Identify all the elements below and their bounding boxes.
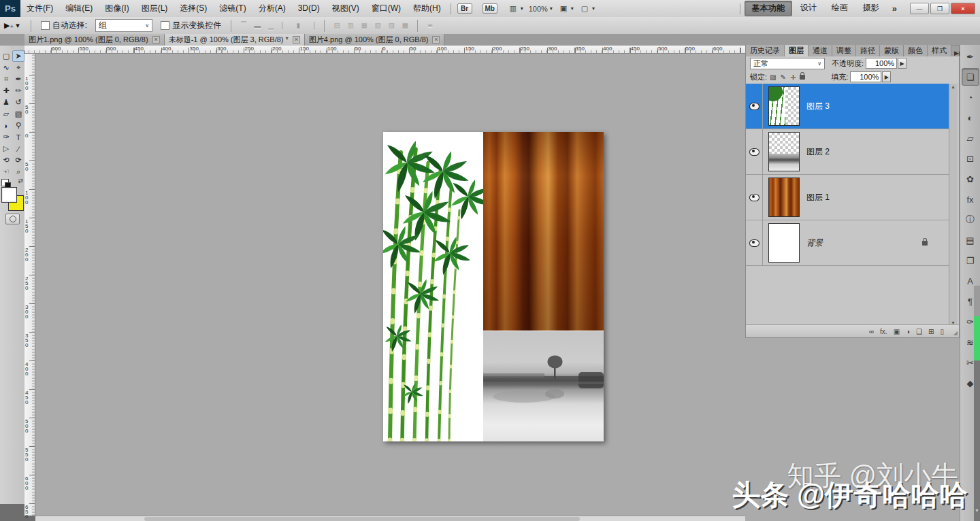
new-layer-icon[interactable]: ⊞ [928, 328, 934, 335]
line-tool[interactable]: ∕ [12, 143, 24, 154]
layer-visibility-toggle[interactable] [746, 175, 763, 220]
layer-thumbnail[interactable] [768, 223, 800, 263]
add-layer-mask-icon[interactable]: ▣ [894, 328, 900, 335]
brush-tool[interactable]: ✏ [12, 85, 24, 97]
move-tool-preset-icon[interactable]: ▶₊ ▾ [4, 21, 20, 30]
panel-tab[interactable]: 图层 [785, 45, 808, 56]
brush-presets-panel-icon[interactable]: ✒ [962, 48, 979, 65]
zoom-tool[interactable]: ⌕ [12, 166, 24, 178]
move-tool[interactable]: ➤ [12, 50, 24, 62]
swap-colors-icon[interactable]: ⇄ [18, 178, 23, 184]
lock-all-icon[interactable] [800, 75, 805, 80]
document-tab[interactable]: 图片4.png @ 100% (图层 0, RGB/8) × [305, 34, 445, 46]
foreground-color-swatch[interactable] [1, 187, 17, 203]
screen-mode-button[interactable]: ▢ ▾ [579, 3, 595, 15]
dodge-tool[interactable]: ⚲ [12, 120, 24, 131]
color-panel-icon[interactable]: ✿ [962, 170, 979, 188]
panel-tab[interactable]: 通道 [808, 45, 832, 56]
menu-item[interactable]: 文件(F) [20, 0, 59, 17]
menu-item[interactable]: 视图(V) [326, 0, 365, 17]
panel-resize-grip[interactable]: ◢ [953, 330, 958, 336]
layer-row[interactable]: 图层 1 [746, 175, 949, 220]
rectangular-marquee-tool[interactable]: ▢ [0, 50, 12, 62]
opacity-field[interactable]: 100% [866, 58, 897, 69]
checkbox-icon[interactable] [161, 21, 169, 30]
tab-close-icon[interactable]: × [293, 36, 300, 44]
vertical-ruler[interactable]: 1 0 05 005 01 0 01 5 02 0 02 5 03 0 03 5… [24, 54, 35, 516]
panel-tab[interactable]: 历史记录 [746, 45, 785, 56]
lock-image-icon[interactable]: ✎ [781, 73, 786, 81]
workspace-button[interactable]: 基本功能 [745, 1, 792, 16]
scroll-up-icon[interactable]: ▲ [951, 84, 956, 89]
panel-tab[interactable]: 样式 [928, 45, 951, 56]
new-adjustment-layer-icon[interactable]: ◑ [906, 328, 910, 335]
document-tab[interactable]: 图片1.png @ 100% (图层 0, RGB/8) × [24, 34, 165, 46]
view-extras-button[interactable]: ▥ ▾ [508, 3, 523, 15]
gradient-tool[interactable]: ▧ [12, 108, 24, 120]
quick-selection-tool[interactable]: ⌖ [12, 62, 24, 73]
menu-item[interactable]: 选择(S) [174, 0, 213, 17]
menu-item[interactable]: 窗口(W) [365, 0, 407, 17]
checkbox-icon[interactable] [41, 21, 50, 30]
fill-field[interactable]: 100% [850, 71, 881, 82]
layers-panel-icon[interactable]: ❏ [962, 68, 979, 86]
panel-tab[interactable]: 蒙版 [880, 45, 904, 56]
layer-name[interactable]: 图层 3 [806, 101, 830, 112]
eyedropper-tool[interactable]: ✒ [12, 73, 24, 85]
panel-grip-icon[interactable]: ∷ [0, 46, 24, 50]
clone-stamp-tool[interactable]: ♟ [0, 97, 12, 108]
menu-item[interactable]: 3D(D) [292, 0, 326, 17]
auto-select-dropdown[interactable]: 组 ∨ [95, 19, 152, 32]
quick-mask-button[interactable] [5, 214, 20, 224]
eraser-tool[interactable]: ▱ [0, 108, 12, 120]
link-layers-icon[interactable]: ∞ [869, 328, 874, 335]
healing-brush-tool[interactable]: ✚ [0, 85, 12, 97]
layer-thumbnail[interactable] [768, 178, 800, 217]
opacity-spinner-icon[interactable]: ▶ [898, 58, 906, 69]
document-canvas[interactable] [383, 132, 604, 441]
layers-scrollbar[interactable]: ▲ ▼ [949, 84, 958, 326]
auto-select-checkbox[interactable]: 自动选择: [41, 20, 87, 31]
histogram-panel-icon[interactable]: ▤ [962, 231, 979, 249]
layer-comps-panel-icon[interactable]: ❐ [962, 252, 979, 269]
delete-layer-icon[interactable]: ▯ [940, 328, 944, 335]
lasso-tool[interactable]: ∿ [0, 62, 12, 73]
document-tab[interactable]: 未标题-1 @ 100% (图层 3, RGB/8) * × [165, 34, 305, 46]
history-brush-tool[interactable]: ↺ [12, 97, 24, 108]
layer-style-icon[interactable]: fx. [880, 328, 887, 335]
channels-panel-icon[interactable]: ◔ [962, 88, 979, 106]
workspace-button[interactable]: 摄影 [856, 1, 886, 16]
type-tool[interactable]: T [12, 131, 24, 143]
adjustments-panel-icon[interactable]: ◐ [962, 109, 979, 127]
menu-item[interactable]: 图层(L) [135, 0, 174, 17]
panel-tab[interactable]: 颜色 [904, 45, 928, 56]
panel-tab[interactable]: 调整 [832, 45, 856, 56]
menu-item[interactable]: 分析(A) [252, 0, 292, 17]
close-button[interactable]: × [951, 3, 975, 14]
path-selection-tool[interactable]: ▷ [0, 143, 12, 154]
layer-thumbnail[interactable] [768, 86, 800, 126]
lock-transparency-icon[interactable]: ▨ [770, 73, 776, 81]
fill-spinner-icon[interactable]: ▶ [882, 71, 891, 82]
workspace-overflow-button[interactable]: » [887, 3, 902, 14]
minimize-button[interactable]: — [910, 3, 929, 14]
workspace-button[interactable]: 设计 [794, 1, 823, 16]
mini-bridge-button[interactable]: Mb ▾ [483, 3, 502, 15]
blend-mode-dropdown[interactable]: 正常 ∨ [750, 58, 825, 69]
horizontal-scrollbar[interactable] [35, 516, 745, 521]
menu-item[interactable]: 滤镜(T) [213, 0, 252, 17]
arrange-documents-button[interactable]: ▣ ▾ [558, 3, 574, 15]
panel-tab[interactable]: 路径 [856, 45, 880, 56]
default-colors-icon[interactable] [1, 179, 9, 186]
3d-rotate-tool[interactable]: ⟲ [0, 154, 12, 166]
layer-visibility-toggle[interactable] [746, 84, 763, 129]
restore-button[interactable]: ❐ [930, 3, 949, 14]
scrollbar-thumb[interactable] [144, 517, 580, 521]
pen-tool[interactable]: ✑ [0, 131, 12, 143]
layer-name[interactable]: 背景 [806, 237, 823, 249]
layer-row[interactable]: 背景 [746, 220, 949, 266]
scroll-down-icon[interactable]: ▼ [975, 508, 979, 513]
horizontal-ruler[interactable]: 6005505004504003503002502001501005005010… [24, 46, 745, 54]
layer-row[interactable]: 图层 3 [746, 84, 949, 129]
3d-orbit-tool[interactable]: ⟳ [12, 154, 24, 166]
